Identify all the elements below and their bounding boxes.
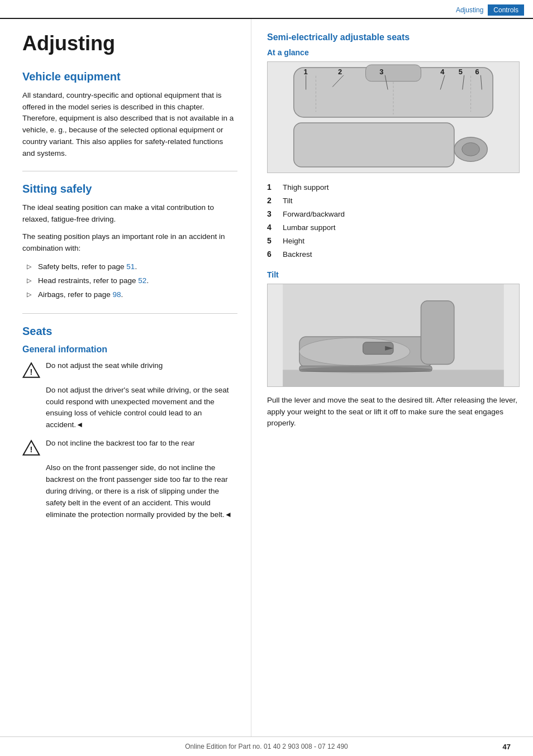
item-4-num: 4 — [267, 221, 276, 235]
svg-point-7 — [462, 143, 480, 156]
sitting-safely-bullets: Safety belts, refer to page 51. Head res… — [27, 260, 237, 302]
bullet-period-1: . — [135, 262, 137, 271]
warning-icon-1: ! — [22, 361, 40, 379]
item-3-num: 3 — [267, 208, 276, 221]
page-number: 47 — [503, 743, 511, 751]
warning-block-1: ! Do not adjust the seat while driving — [22, 360, 237, 379]
bullet-text-1: Safety belts, refer to page — [38, 262, 126, 271]
seat-diagram-tilt — [267, 284, 520, 387]
item-5-label: Height — [283, 235, 304, 248]
warning-2-body: Also on the front passenger side, do not… — [22, 462, 237, 521]
sitting-safely-intro2: The seating position plays an important … — [22, 231, 237, 255]
svg-text:!: ! — [30, 445, 33, 454]
svg-point-32 — [299, 366, 432, 373]
divider-1 — [22, 171, 237, 171]
item-6-label: Backrest — [283, 248, 312, 261]
list-item-6: 6 Backrest — [267, 248, 520, 261]
warning-block-2: ! Do not incline the backrest too far to… — [22, 438, 237, 457]
page-footer: Online Edition for Part no. 01 40 2 903 … — [0, 736, 533, 756]
item-3-label: Forward/backward — [283, 208, 345, 221]
list-item-4: 4 Lumbar support — [267, 221, 520, 235]
general-info-heading: General information — [22, 344, 237, 355]
link-page-52[interactable]: 52 — [138, 276, 146, 285]
at-a-glance-heading: At a glance — [267, 48, 520, 57]
tilt-body: Pull the lever and move the seat to the … — [267, 395, 520, 430]
svg-rect-5 — [294, 123, 454, 167]
seat-diagram-top: 1 2 3 4 5 6 — [267, 61, 520, 173]
bullet-head-restraints: Head restraints, refer to page 52. — [27, 274, 237, 288]
header-section-label: Adjusting — [456, 6, 483, 14]
vehicle-equipment-body: All standard, country-specific and optio… — [22, 90, 237, 160]
seats-heading: Seats — [22, 325, 237, 338]
item-6-num: 6 — [267, 248, 276, 261]
list-item-2: 2 Tilt — [267, 194, 520, 208]
bullet-period-3: . — [121, 290, 123, 299]
bullet-safety-belts: Safety belts, refer to page 51. — [27, 260, 237, 274]
numbered-items-list: 1 Thigh support 2 Tilt 3 Forward/backwar… — [267, 181, 520, 261]
svg-text:5: 5 — [459, 68, 463, 76]
bullet-period-2: . — [146, 276, 149, 285]
header-tab: Controls — [488, 4, 524, 16]
svg-text:2: 2 — [338, 68, 342, 76]
item-2-num: 2 — [267, 194, 276, 208]
header-strip: Adjusting Controls — [0, 0, 533, 19]
warning-1-short: Do not adjust the seat while driving — [46, 360, 163, 372]
warning-2-short: Do not incline the backrest too far to t… — [46, 438, 194, 449]
svg-text:1: 1 — [304, 68, 308, 76]
content-area: Adjusting Vehicle equipment All standard… — [0, 19, 533, 736]
svg-text:3: 3 — [379, 68, 383, 76]
tilt-heading: Tilt — [267, 270, 520, 279]
list-item-3: 3 Forward/backward — [267, 208, 520, 221]
svg-rect-27 — [421, 300, 454, 364]
bullet-text-2: Head restraints, refer to page — [38, 276, 138, 285]
item-5-num: 5 — [267, 235, 276, 248]
warning-icon-2: ! — [22, 439, 40, 457]
list-item-5: 5 Height — [267, 235, 520, 248]
page-container: Adjusting Controls Adjusting Vehicle equ… — [0, 0, 533, 756]
main-title: Adjusting — [22, 32, 237, 55]
svg-text:6: 6 — [475, 68, 479, 76]
item-1-num: 1 — [267, 181, 276, 194]
link-page-51[interactable]: 51 — [126, 262, 135, 271]
left-column: Adjusting Vehicle equipment All standard… — [0, 19, 251, 736]
vehicle-equipment-heading: Vehicle equipment — [22, 70, 237, 83]
right-column: Semi-electrically adjustable seats At a … — [251, 19, 533, 736]
svg-text:4: 4 — [440, 68, 445, 76]
semi-electric-heading: Semi-electrically adjustable seats — [267, 32, 520, 42]
item-4-label: Lumbar support — [283, 222, 336, 235]
warning-1-body: Do not adjust the driver's seat while dr… — [22, 385, 237, 432]
footer-text: Online Edition for Part no. 01 40 2 903 … — [185, 743, 348, 750]
svg-text:!: ! — [30, 367, 33, 376]
item-2-label: Tilt — [283, 195, 293, 208]
bullet-text-3: Airbags, refer to page — [38, 290, 113, 299]
sitting-safely-intro1: The ideal seating position can make a vi… — [22, 202, 237, 226]
divider-2 — [22, 313, 237, 314]
list-item-1: 1 Thigh support — [267, 181, 520, 194]
link-page-98[interactable]: 98 — [113, 290, 121, 299]
sitting-safely-heading: Sitting safely — [22, 183, 237, 195]
bullet-airbags: Airbags, refer to page 98. — [27, 288, 237, 302]
svg-rect-11 — [366, 65, 421, 82]
item-1-label: Thigh support — [283, 181, 329, 194]
